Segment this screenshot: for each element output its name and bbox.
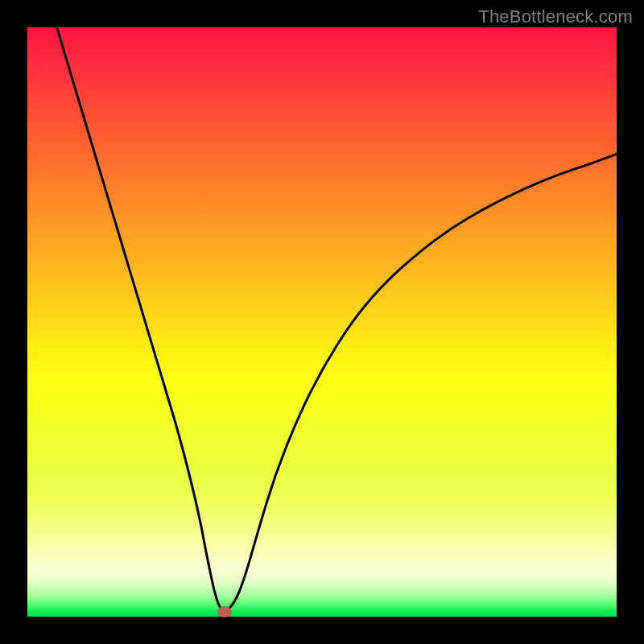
watermark-text: TheBottleneck.com — [478, 6, 633, 27]
curve-layer — [27, 27, 617, 617]
optimal-point-marker — [217, 606, 232, 617]
bottleneck-curve — [57, 27, 617, 611]
chart-frame: TheBottleneck.com — [0, 0, 644, 644]
plot-area — [27, 27, 617, 617]
